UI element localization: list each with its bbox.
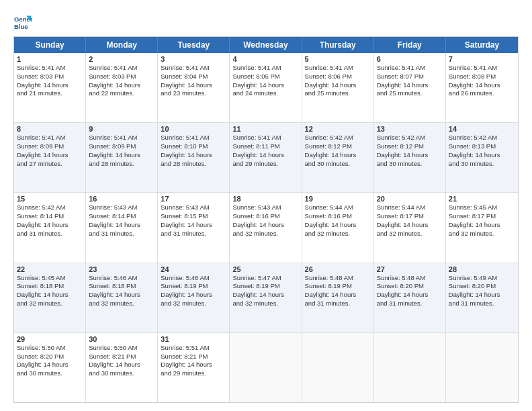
cell-line: Daylight: 14 hours xyxy=(232,151,298,160)
header-day-friday: Friday xyxy=(374,37,446,53)
cell-line: Sunrise: 5:45 AM xyxy=(17,274,83,283)
day-cell-6: 6Sunrise: 5:41 AMSunset: 8:07 PMDaylight… xyxy=(374,53,446,122)
cell-line: Sunset: 8:13 PM xyxy=(449,142,515,151)
header-day-sunday: Sunday xyxy=(14,37,86,53)
day-cell-24: 24Sunrise: 5:46 AMSunset: 8:19 PMDayligh… xyxy=(158,263,230,332)
logo-icon: General Blue xyxy=(13,13,32,32)
day-cell-12: 12Sunrise: 5:42 AMSunset: 8:12 PMDayligh… xyxy=(302,123,374,192)
calendar-row-4: 29Sunrise: 5:50 AMSunset: 8:20 PMDayligh… xyxy=(14,333,518,402)
cell-line: Sunset: 8:21 PM xyxy=(89,353,154,361)
cell-line: Sunrise: 5:44 AM xyxy=(305,203,371,212)
cell-line: Sunrise: 5:41 AM xyxy=(449,64,515,73)
cell-line: Sunset: 8:17 PM xyxy=(449,212,515,221)
day-number: 22 xyxy=(17,265,83,273)
calendar-body: 1Sunrise: 5:41 AMSunset: 8:03 PMDaylight… xyxy=(14,53,518,402)
cell-line: Sunrise: 5:41 AM xyxy=(232,134,298,142)
day-number: 13 xyxy=(377,125,443,133)
cell-line: Daylight: 14 hours xyxy=(89,151,154,160)
cell-line: Daylight: 14 hours xyxy=(17,151,83,160)
calendar-row-2: 15Sunrise: 5:42 AMSunset: 8:14 PMDayligh… xyxy=(14,193,518,263)
day-cell-20: 20Sunrise: 5:44 AMSunset: 8:17 PMDayligh… xyxy=(374,193,446,262)
day-cell-10: 10Sunrise: 5:41 AMSunset: 8:10 PMDayligh… xyxy=(158,123,230,192)
empty-cell xyxy=(374,333,446,402)
cell-line: and 28 minutes. xyxy=(161,160,226,169)
cell-line: Sunrise: 5:49 AM xyxy=(449,274,515,283)
cell-line: and 30 minutes. xyxy=(377,160,443,169)
day-cell-23: 23Sunrise: 5:46 AMSunset: 8:18 PMDayligh… xyxy=(86,263,158,332)
cell-line: and 29 minutes. xyxy=(232,160,298,169)
cell-line: Daylight: 14 hours xyxy=(305,151,371,160)
cell-line: Sunset: 8:16 PM xyxy=(232,212,298,221)
cell-line: Sunset: 8:20 PM xyxy=(17,353,83,361)
cell-line: Daylight: 14 hours xyxy=(305,81,371,90)
day-cell-2: 2Sunrise: 5:41 AMSunset: 8:03 PMDaylight… xyxy=(86,53,158,122)
cell-line: Daylight: 14 hours xyxy=(161,291,226,300)
day-number: 9 xyxy=(89,125,154,133)
cell-line: Daylight: 14 hours xyxy=(377,221,443,230)
day-number: 25 xyxy=(232,265,298,273)
day-number: 3 xyxy=(161,55,226,63)
logo: General Blue xyxy=(13,13,32,32)
day-number: 23 xyxy=(89,265,154,273)
cell-line: Sunrise: 5:42 AM xyxy=(17,203,83,212)
day-number: 8 xyxy=(17,125,83,133)
cell-line: and 25 minutes. xyxy=(305,89,371,98)
cell-line: Sunrise: 5:42 AM xyxy=(377,134,443,142)
cell-line: Daylight: 14 hours xyxy=(377,291,443,300)
cell-line: Sunrise: 5:41 AM xyxy=(17,64,83,73)
cell-line: Sunset: 8:09 PM xyxy=(89,142,154,151)
cell-line: and 30 minutes. xyxy=(17,369,83,378)
header-day-saturday: Saturday xyxy=(446,37,518,53)
cell-line: and 32 minutes. xyxy=(449,230,515,238)
cell-line: Sunset: 8:14 PM xyxy=(89,212,154,221)
cell-line: and 30 minutes. xyxy=(449,160,515,169)
page: General Blue SundayMondayTuesdayWednesda… xyxy=(0,0,532,411)
day-number: 21 xyxy=(449,195,515,203)
day-number: 15 xyxy=(17,195,83,203)
cell-line: Sunrise: 5:41 AM xyxy=(232,64,298,73)
day-cell-9: 9Sunrise: 5:41 AMSunset: 8:09 PMDaylight… xyxy=(86,123,158,192)
cell-line: Sunrise: 5:50 AM xyxy=(17,344,83,353)
cell-line: Sunrise: 5:42 AM xyxy=(305,134,371,142)
cell-line: Sunrise: 5:47 AM xyxy=(232,274,298,283)
cell-line: Sunset: 8:20 PM xyxy=(449,282,515,291)
day-cell-14: 14Sunrise: 5:42 AMSunset: 8:13 PMDayligh… xyxy=(446,123,518,192)
header: General Blue xyxy=(13,11,519,32)
header-day-wednesday: Wednesday xyxy=(230,37,302,53)
cell-line: Sunset: 8:15 PM xyxy=(161,212,226,221)
cell-line: Sunrise: 5:46 AM xyxy=(89,274,154,283)
cell-line: Daylight: 14 hours xyxy=(17,221,83,230)
cell-line: and 31 minutes. xyxy=(161,230,226,238)
cell-line: Daylight: 14 hours xyxy=(232,221,298,230)
cell-line: Daylight: 14 hours xyxy=(305,221,371,230)
cell-line: Sunset: 8:04 PM xyxy=(161,73,226,81)
cell-line: Sunrise: 5:44 AM xyxy=(377,203,443,212)
cell-line: Sunset: 8:14 PM xyxy=(17,212,83,221)
cell-line: Daylight: 14 hours xyxy=(89,361,154,369)
cell-line: Daylight: 14 hours xyxy=(232,291,298,300)
day-number: 27 xyxy=(377,265,443,273)
cell-line: and 24 minutes. xyxy=(232,89,298,98)
day-cell-15: 15Sunrise: 5:42 AMSunset: 8:14 PMDayligh… xyxy=(14,193,86,262)
day-cell-5: 5Sunrise: 5:41 AMSunset: 8:06 PMDaylight… xyxy=(302,53,374,122)
day-cell-26: 26Sunrise: 5:48 AMSunset: 8:19 PMDayligh… xyxy=(302,263,374,332)
cell-line: Daylight: 14 hours xyxy=(232,81,298,90)
cell-line: Daylight: 14 hours xyxy=(449,81,515,90)
cell-line: Sunset: 8:19 PM xyxy=(232,282,298,291)
header-day-thursday: Thursday xyxy=(302,37,374,53)
cell-line: Sunset: 8:19 PM xyxy=(161,282,226,291)
cell-line: Sunrise: 5:41 AM xyxy=(161,64,226,73)
cell-line: Sunset: 8:17 PM xyxy=(377,212,443,221)
cell-line: Sunrise: 5:41 AM xyxy=(17,134,83,142)
cell-line: Sunset: 8:03 PM xyxy=(89,73,154,81)
cell-line: Daylight: 14 hours xyxy=(17,361,83,369)
day-number: 17 xyxy=(161,195,226,203)
cell-line: Daylight: 14 hours xyxy=(161,361,226,369)
header-day-monday: Monday xyxy=(86,37,158,53)
cell-line: Daylight: 14 hours xyxy=(161,221,226,230)
cell-line: Sunset: 8:12 PM xyxy=(377,142,443,151)
header-day-tuesday: Tuesday xyxy=(158,37,230,53)
day-number: 14 xyxy=(449,125,515,133)
calendar-row-3: 22Sunrise: 5:45 AMSunset: 8:18 PMDayligh… xyxy=(14,263,518,333)
cell-line: Daylight: 14 hours xyxy=(377,81,443,90)
